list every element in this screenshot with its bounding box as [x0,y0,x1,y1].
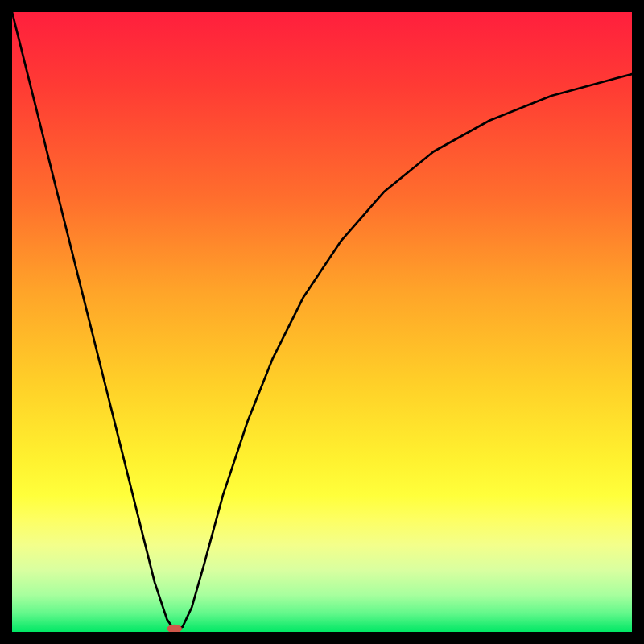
gradient-background [12,12,632,632]
bottleneck-chart [12,12,632,632]
chart-frame: TheBottleneck.com [12,12,632,632]
